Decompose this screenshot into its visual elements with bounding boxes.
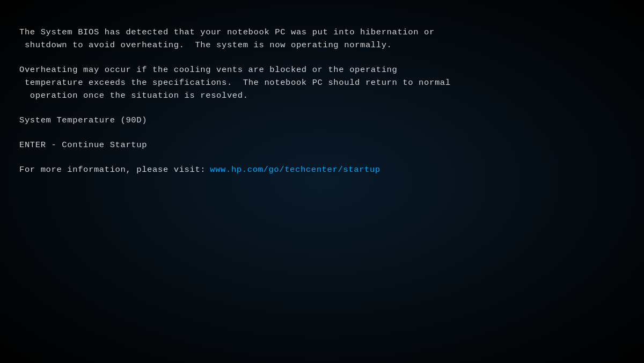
message-line5: operation once the situation is resolved… bbox=[19, 89, 625, 102]
message-line4: temperature exceeds the specifications. … bbox=[19, 76, 625, 89]
enter-action[interactable]: ENTER - Continue Startup bbox=[19, 139, 625, 151]
info-label: For more information, please visit: bbox=[19, 163, 206, 176]
hibernation-message: The System BIOS has detected that your n… bbox=[19, 26, 625, 52]
overheating-message: Overheating may occur if the cooling ven… bbox=[19, 63, 625, 102]
message-line2: shutdown to avoid overheating. The syste… bbox=[19, 39, 625, 52]
more-info-line: For more information, please visit: www.… bbox=[19, 163, 625, 176]
system-temperature: System Temperature (90D) bbox=[19, 114, 625, 127]
message-line1: The System BIOS has detected that your n… bbox=[19, 26, 625, 39]
info-url[interactable]: www.hp.com/go/techcenter/startup bbox=[210, 163, 380, 176]
bios-screen: The System BIOS has detected that your n… bbox=[0, 0, 644, 363]
message-line3: Overheating may occur if the cooling ven… bbox=[19, 63, 625, 76]
